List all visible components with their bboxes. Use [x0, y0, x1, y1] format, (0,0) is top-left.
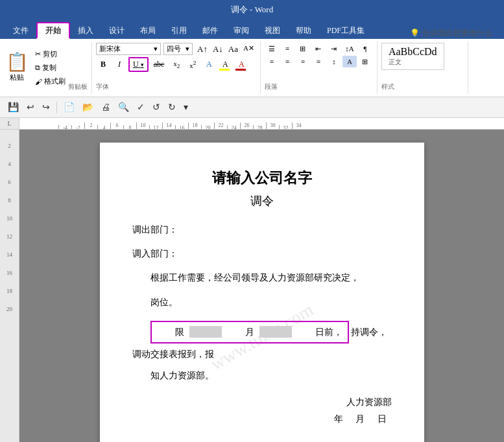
format-painter-icon: 🖌 — [35, 78, 42, 86]
cut-button[interactable]: ✂ 剪切 — [32, 48, 68, 60]
document-page[interactable]: www.tuzix.com 请输入公司名字 调令 调出部门： 调入部门： 根据工… — [100, 143, 424, 442]
tab-insert[interactable]: 插入 — [70, 22, 101, 39]
tab-view[interactable]: 视图 — [257, 22, 288, 39]
show-formatting-button[interactable]: ¶ — [358, 43, 372, 54]
sort-button[interactable]: ↕A — [342, 43, 357, 54]
open-button[interactable]: 📂 — [80, 100, 96, 115]
doc-to-dept[interactable]: 调入部门： — [132, 246, 392, 262]
align-center-button[interactable]: ≡ — [280, 56, 294, 67]
ruler-mark: 2 — [84, 122, 97, 129]
undo-button[interactable]: ↩ — [24, 100, 37, 115]
doc-limit-line[interactable]: 限 月 日前， 持调令，调动交接表报到，报 — [132, 318, 392, 362]
limit-box[interactable]: 限 月 日前， — [150, 321, 349, 343]
doc-company-title[interactable]: 请输入公司名字 — [132, 169, 392, 188]
ruler-mark: 14 — [162, 122, 175, 129]
borders-button[interactable]: ⊞ — [358, 56, 372, 67]
font-dropdown-icon: ▾ — [154, 45, 158, 53]
tab-references[interactable]: 引用 — [163, 22, 195, 39]
increase-font-button[interactable]: A↑ — [195, 43, 210, 55]
tab-file[interactable]: 文件 — [5, 22, 36, 39]
style-aabbcc[interactable]: AaBbCcDd 正文 — [381, 43, 444, 70]
document-scroll[interactable]: www.tuzix.com 请输入公司名字 调令 调出部门： 调入部门： 根据工… — [19, 130, 504, 442]
ruler-num: 6 — [8, 179, 11, 185]
increase-indent-button[interactable]: ⇥ — [327, 43, 341, 54]
save-button[interactable]: 💾 — [5, 100, 21, 115]
numbering-button[interactable]: ≡ — [280, 43, 294, 54]
bullets-button[interactable]: ☰ — [265, 43, 279, 54]
decrease-indent-button[interactable]: ⇤ — [311, 43, 326, 54]
doc-date: 年 月 日 — [132, 413, 392, 425]
cut-label: 剪切 — [43, 49, 57, 59]
copy-button[interactable]: ⧉ 复制 — [32, 62, 68, 74]
ruler-mark: 30 — [266, 122, 279, 129]
tab-pdf[interactable]: PDF工具集 — [319, 22, 372, 39]
superscript-button[interactable]: x2 — [186, 58, 200, 71]
undo2-button[interactable]: ↺ — [150, 100, 163, 115]
ruler-mark: -2 — [71, 125, 84, 129]
redo-button[interactable]: ↪ — [40, 100, 53, 115]
vertical-ruler: 2 4 6 8 10 12 14 16 18 20 — [0, 130, 19, 442]
tab-help[interactable]: 帮助 — [288, 22, 319, 39]
clipboard-sub-actions: ✂ 剪切 ⧉ 复制 🖌 格式刷 — [32, 48, 68, 87]
ruler-mark: 6 — [110, 122, 123, 129]
print-button[interactable]: 🖨 — [99, 100, 113, 115]
print-preview-button[interactable]: 🔍 — [115, 100, 132, 115]
redo2-button[interactable]: ↻ — [165, 100, 178, 115]
styles-group: AaBbCcDd 正文 样式 — [378, 41, 468, 94]
line-spacing-button[interactable]: ↕ — [327, 56, 341, 67]
align-left-button[interactable]: ≡ — [265, 56, 279, 67]
text-effect-button[interactable]: A — [202, 58, 216, 71]
font-row2: B I U ▾ abc x2 x2 A A A — [96, 57, 248, 72]
format-painter-button[interactable]: 🖌 格式刷 — [32, 75, 68, 87]
size-dropdown-icon: ▾ — [186, 45, 189, 53]
day-field[interactable] — [259, 326, 292, 338]
quick-toolbar: 💾 ↩ ↪ 📄 📂 🖨 🔍 ✓ ↺ ↻ ▾ — [0, 97, 504, 118]
doc-subtitle[interactable]: 调令 — [132, 193, 392, 209]
highlight-button[interactable]: A — [218, 58, 232, 71]
strikethrough-button[interactable]: abc — [150, 58, 168, 71]
clear-format-button[interactable]: A✕ — [241, 43, 256, 55]
underline-dropdown[interactable]: ▾ — [141, 62, 144, 68]
tab-mailings[interactable]: 邮件 — [195, 22, 226, 39]
new-button[interactable]: 📄 — [61, 100, 77, 115]
doc-notify-line[interactable]: 知人力资源部。 — [132, 367, 392, 384]
font-size-selector[interactable]: 四号 ▾ — [163, 43, 193, 55]
toolbar-divider — [56, 102, 57, 113]
tab-layout[interactable]: 布局 — [132, 22, 163, 39]
underline-button[interactable]: U ▾ — [128, 57, 149, 72]
change-case-button[interactable]: Aa — [226, 43, 240, 55]
more-button[interactable]: ▾ — [181, 100, 191, 115]
paste-icon: 📋 — [6, 53, 29, 71]
doc-from-dept[interactable]: 调出部门： — [132, 222, 392, 238]
doc-body-text[interactable]: 根据工作需要，经公司领导及人力资源部研究决定， — [132, 270, 392, 286]
shading-button[interactable]: A — [342, 56, 357, 67]
tell-me-bar[interactable]: 💡 告诉我你想要做什么 — [410, 28, 492, 39]
decrease-font-button[interactable]: A↓ — [211, 43, 225, 55]
tab-home[interactable]: 开始 — [36, 22, 70, 39]
ruler-mark: 16 — [175, 125, 188, 129]
font-name-selector[interactable]: 新宋体 ▾ — [96, 43, 161, 55]
tab-design[interactable]: 设计 — [101, 22, 132, 39]
paste-label: 粘贴 — [10, 73, 24, 82]
italic-button[interactable]: I — [112, 58, 126, 71]
bold-button[interactable]: B — [96, 58, 110, 71]
ruler-num: 14 — [6, 251, 12, 258]
copy-label: 复制 — [42, 63, 56, 73]
doc-position-line[interactable]: 岗位。 — [132, 294, 392, 310]
paragraph-group: ☰ ≡ ⊞ ⇤ ⇥ ↕A ¶ ≡ ≡ ≡ ≡ ↕ A ⊞ 段落 — [261, 41, 378, 94]
style-normal-label: 正文 — [389, 58, 437, 67]
tell-me-text: 告诉我你想要做什么 — [422, 28, 492, 39]
ruler-mark: 18 — [188, 122, 201, 129]
justify-button[interactable]: ≡ — [311, 56, 326, 67]
ruler-mark: 26 — [240, 122, 253, 129]
tab-review[interactable]: 审阅 — [226, 22, 257, 39]
spelling-button[interactable]: ✓ — [134, 100, 147, 115]
align-right-button[interactable]: ≡ — [296, 56, 310, 67]
multilevel-button[interactable]: ⊞ — [296, 43, 310, 54]
paste-button[interactable]: 📋 粘贴 — [4, 45, 30, 91]
font-color-button[interactable]: A — [234, 58, 248, 71]
subscript-button[interactable]: x2 — [169, 58, 184, 71]
ruler-num: 4 — [8, 161, 11, 167]
month-field[interactable] — [189, 326, 222, 338]
cut-icon: ✂ — [35, 50, 41, 58]
